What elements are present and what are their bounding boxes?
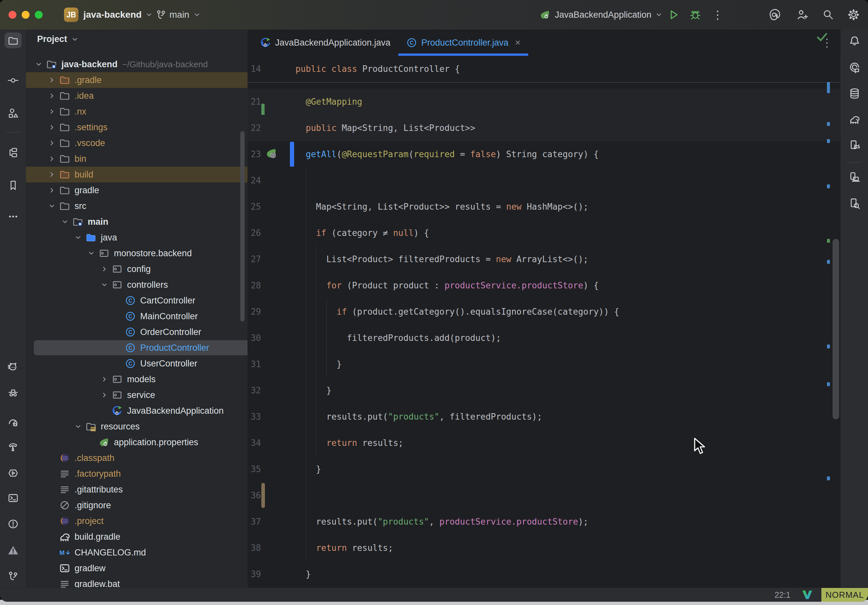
tree-item-java-backend[interactable]: java-backend~/Github/java-backend xyxy=(26,56,248,72)
tree-item-gradle[interactable]: gradle xyxy=(26,183,248,198)
error-stripe-mark[interactable] xyxy=(827,345,830,348)
tree-item-maincontroller[interactable]: CMainController xyxy=(26,308,248,324)
code-line-21[interactable]: 21 @GetMapping xyxy=(248,88,840,115)
more-icon[interactable] xyxy=(5,209,22,224)
error-stripe-mark[interactable] xyxy=(827,260,830,264)
tree-item-project[interactable]: .project xyxy=(26,513,248,529)
code-editor[interactable]: 14public class ProductController {21 @Ge… xyxy=(248,56,840,588)
problems-icon[interactable] xyxy=(5,516,22,532)
tree-item-gitattributes[interactable]: .gitattributes xyxy=(26,482,248,497)
project-widget[interactable]: java-backend xyxy=(84,0,153,29)
tree-item-application-properties[interactable]: application.properties xyxy=(26,435,248,450)
debug-button[interactable] xyxy=(688,0,702,29)
line-number[interactable]: 37 xyxy=(248,509,261,535)
line-number[interactable]: 22 xyxy=(248,115,261,141)
error-stripe-mark[interactable] xyxy=(827,82,830,93)
services-icon[interactable] xyxy=(5,465,22,481)
tree-item-gradlew-bat[interactable]: gradlew.bat xyxy=(26,576,248,588)
chevron-right-icon[interactable] xyxy=(45,92,59,99)
error-stripe-mark[interactable] xyxy=(827,122,830,126)
code-line-35[interactable]: 35 } xyxy=(248,456,840,482)
tree-item-javabackendapplication[interactable]: JavaBackendApplication xyxy=(26,403,248,419)
vim-mode-badge[interactable]: NORMAL xyxy=(822,588,868,602)
code-line-34[interactable]: 34 return results; xyxy=(248,430,840,456)
tree-item-gradlew[interactable]: gradlew xyxy=(26,560,248,576)
notifications-bell-icon[interactable] xyxy=(846,33,863,49)
code-line-22[interactable]: 22 public Map<String, List<Product>> xyxy=(248,115,840,141)
chevron-right-icon[interactable] xyxy=(45,155,59,162)
chevron-down-icon[interactable] xyxy=(32,61,46,68)
line-number[interactable]: 39 xyxy=(248,561,261,587)
chevron-down-icon[interactable] xyxy=(71,234,85,241)
tree-item-build-gradle[interactable]: build.gradle xyxy=(26,529,248,545)
chevron-right-icon[interactable] xyxy=(45,187,59,194)
line-number[interactable]: 38 xyxy=(248,535,261,561)
chevron-right-icon[interactable] xyxy=(98,376,111,383)
line-number[interactable]: 30 xyxy=(248,325,261,351)
code-line-26[interactable]: 26 if (category ≠ null) { xyxy=(248,220,840,246)
device-explorer-icon[interactable] xyxy=(846,196,863,212)
error-stripe-mark[interactable] xyxy=(827,477,830,480)
version-control-icon[interactable] xyxy=(5,568,22,584)
tree-item-monostore-backend[interactable]: monostore.backend xyxy=(26,245,248,261)
code-line-28[interactable]: 28 for (Product product : productService… xyxy=(248,272,840,299)
run-configuration-widget[interactable]: JavaBackendApplication xyxy=(555,0,662,29)
ai-assistant-icon[interactable] xyxy=(846,60,863,76)
code-line-29[interactable]: 29 if (product.getCategory().equalsIgnor… xyxy=(248,299,840,325)
profiler-icon[interactable] xyxy=(5,414,22,430)
tree-item-config[interactable]: config xyxy=(26,261,248,277)
code-line-38[interactable]: 38 return results; xyxy=(248,535,840,561)
inspections-ok-icon[interactable] xyxy=(817,33,827,41)
tree-item-factorypath[interactable]: .factorypath xyxy=(26,466,248,482)
terminal-icon[interactable] xyxy=(5,490,22,506)
chevron-right-icon[interactable] xyxy=(45,139,59,147)
vim-plugin-icon[interactable] xyxy=(802,590,813,600)
line-number[interactable]: 26 xyxy=(248,220,261,246)
chevron-right-icon[interactable] xyxy=(45,108,59,115)
code-line-27[interactable]: 27 List<Product> filteredProducts = new … xyxy=(248,246,840,272)
tree-item-controllers[interactable]: controllers xyxy=(26,277,248,292)
rest-endpoint-icon[interactable] xyxy=(265,148,278,160)
code-line-24[interactable]: 24 xyxy=(248,167,840,193)
tree-item-nx[interactable]: .nx xyxy=(26,104,248,119)
code-line-37[interactable]: 37 results.put("products", productServic… xyxy=(248,509,840,535)
close-tab-icon[interactable]: × xyxy=(515,37,520,48)
error-stripe-mark[interactable] xyxy=(827,239,830,243)
tree-item-resources[interactable]: resources xyxy=(26,419,248,435)
build-hammer-icon[interactable] xyxy=(5,439,22,455)
code-line-23[interactable]: 23 getAll(@RequestParam(required = false… xyxy=(248,141,840,167)
tree-item-productcontroller[interactable]: CProductController xyxy=(26,340,248,356)
line-number[interactable]: 27 xyxy=(248,246,261,272)
line-number[interactable]: 29 xyxy=(248,299,261,325)
zoom-window-button[interactable] xyxy=(35,11,43,19)
chevron-down-icon[interactable] xyxy=(84,250,98,257)
incognito-icon[interactable] xyxy=(5,385,22,401)
line-number[interactable]: 35 xyxy=(248,456,261,482)
tree-item-build[interactable]: build xyxy=(26,167,248,183)
minimize-window-button[interactable] xyxy=(22,11,29,19)
tree-item-idea[interactable]: .idea xyxy=(26,88,248,104)
tab-javabackendapplication-java[interactable]: JavaBackendApplication.java xyxy=(252,29,398,56)
tree-item-models[interactable]: models xyxy=(26,371,248,387)
project-folder-icon[interactable] xyxy=(5,32,22,48)
tree-item-bin[interactable]: bin xyxy=(26,151,248,167)
tree-item-gitignore[interactable]: .gitignore xyxy=(26,497,248,513)
copilot-cat-icon[interactable] xyxy=(5,360,22,375)
line-number[interactable]: 36 xyxy=(248,482,261,509)
tree-item-src[interactable]: src xyxy=(26,198,248,214)
line-number[interactable]: 24 xyxy=(248,167,261,193)
line-number[interactable]: 23 xyxy=(248,141,261,167)
settings-button[interactable] xyxy=(846,0,862,29)
line-number[interactable]: 14 xyxy=(248,56,261,82)
chevron-right-icon[interactable] xyxy=(98,391,111,399)
code-line-31[interactable]: 31 } xyxy=(248,351,840,377)
chevron-right-icon[interactable] xyxy=(45,76,59,84)
code-line-33[interactable]: 33 results.put("products", filteredProdu… xyxy=(248,404,840,430)
code-with-me-button[interactable] xyxy=(794,0,810,29)
project-avatar[interactable]: JB xyxy=(64,8,79,22)
line-number[interactable]: 21 xyxy=(248,88,261,115)
structure-shapes-icon[interactable] xyxy=(5,105,22,121)
chevron-right-icon[interactable] xyxy=(45,171,59,178)
code-line-39[interactable]: 39 } xyxy=(248,561,840,587)
code-line-32[interactable]: 32 } xyxy=(248,377,840,404)
